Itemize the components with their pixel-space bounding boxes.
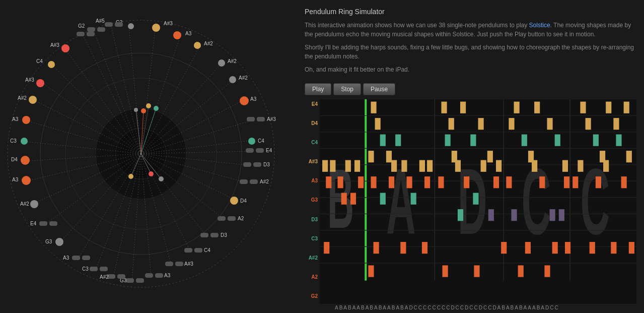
svg-rect-128 [77,32,85,36]
piano-roll-grid: B A D C C [320,99,636,304]
note-label-c3: C3 [305,235,318,243]
svg-rect-215 [514,102,520,113]
svg-rect-173 [350,193,356,205]
svg-rect-217 [509,118,514,130]
svg-rect-203 [455,160,461,172]
svg-rect-97 [39,221,47,226]
svg-rect-195 [441,102,447,113]
svg-rect-175 [371,102,376,113]
note-label-as3: A#3 [305,158,318,166]
svg-rect-86 [90,267,98,271]
svg-rect-212 [501,242,507,254]
svg-rect-236 [606,102,611,113]
svg-rect-199 [445,135,451,146]
svg-text:A#5: A#5 [96,18,105,24]
svg-point-33 [240,96,249,105]
svg-rect-225 [539,176,545,188]
svg-point-136 [141,108,146,113]
svg-rect-224 [506,176,512,188]
note-label-a2: A2 [305,273,318,281]
svg-rect-78 [126,278,134,283]
svg-rect-197 [449,118,454,130]
svg-text:A#3: A#3 [164,21,173,26]
svg-point-24 [194,42,201,49]
svg-rect-48 [253,162,261,167]
svg-point-55 [230,197,238,205]
pause-button[interactable]: Pause [363,83,395,95]
svg-rect-71 [175,262,183,266]
svg-rect-62 [200,233,208,237]
desc-para-1: This interactive animation shows how we … [305,21,636,39]
svg-rect-189 [380,193,386,205]
svg-rect-43 [246,148,254,153]
svg-rect-241 [616,135,621,146]
svg-text:A#3: A#3 [184,261,193,267]
svg-text:A#2: A#2 [20,201,29,207]
note-label-g2: G2 [305,292,318,300]
svg-point-21 [173,31,181,39]
page-title: Pendulum Ring Simulator [305,8,636,16]
svg-rect-172 [341,193,347,205]
svg-rect-51 [240,179,248,184]
transport-controls: Play Stop Pause [305,83,636,95]
stop-button[interactable]: Stop [333,83,361,95]
svg-text:A#2: A#2 [239,75,248,81]
svg-text:D4: D4 [240,198,247,204]
svg-point-116 [29,96,37,104]
svg-rect-179 [368,151,374,162]
svg-rect-211 [488,209,494,221]
description-text: This interactive animation shows how we … [305,21,636,78]
svg-rect-167 [345,160,351,172]
svg-rect-245 [603,160,609,172]
svg-rect-165 [322,160,328,172]
svg-rect-149 [365,99,367,281]
svg-rect-191 [374,242,379,254]
svg-text:A3: A3 [164,273,171,278]
svg-point-7 [152,24,160,32]
svg-rect-250 [611,242,616,254]
svg-point-141 [128,174,133,179]
svg-point-94 [55,238,63,246]
svg-rect-52 [250,179,258,184]
svg-rect-213 [442,265,448,277]
svg-rect-198 [478,118,484,130]
svg-rect-190 [411,193,416,205]
svg-rect-194 [368,265,374,277]
svg-rect-249 [590,242,595,254]
svg-rect-227 [511,209,517,221]
svg-rect-36 [247,117,255,121]
svg-rect-67 [194,248,202,253]
svg-text:G2: G2 [78,23,85,29]
svg-rect-83 [117,274,125,279]
svg-rect-180 [386,151,392,162]
svg-text:D4: D4 [11,157,18,162]
svg-point-30 [229,76,236,83]
note-label-e4: E4 [305,100,318,108]
svg-rect-244 [578,160,583,172]
svg-rect-228 [550,209,555,221]
svg-text:A#2: A#2 [100,274,109,280]
svg-point-122 [48,61,55,68]
svg-rect-177 [380,135,386,146]
svg-rect-214 [474,265,479,277]
svg-rect-209 [473,193,478,205]
svg-text:E4: E4 [266,148,272,153]
svg-text:A3: A3 [12,116,19,122]
svg-point-10 [128,23,134,29]
svg-rect-181 [391,160,397,172]
svg-rect-186 [389,176,394,188]
svg-point-110 [21,138,28,145]
note-label-c4: C4 [305,139,318,147]
svg-text:A#2: A#2 [204,41,213,46]
svg-text:A3: A3 [12,177,19,182]
svg-point-101 [30,200,38,208]
svg-rect-219 [522,135,527,146]
svg-rect-174 [324,242,329,254]
svg-rect-188 [424,176,430,188]
svg-point-27 [218,59,225,67]
svg-rect-206 [438,176,444,188]
svg-text:A#2: A#2 [260,179,269,184]
svg-rect-178 [395,135,401,146]
svg-rect-184 [427,160,433,172]
play-button[interactable]: Play [305,83,331,95]
